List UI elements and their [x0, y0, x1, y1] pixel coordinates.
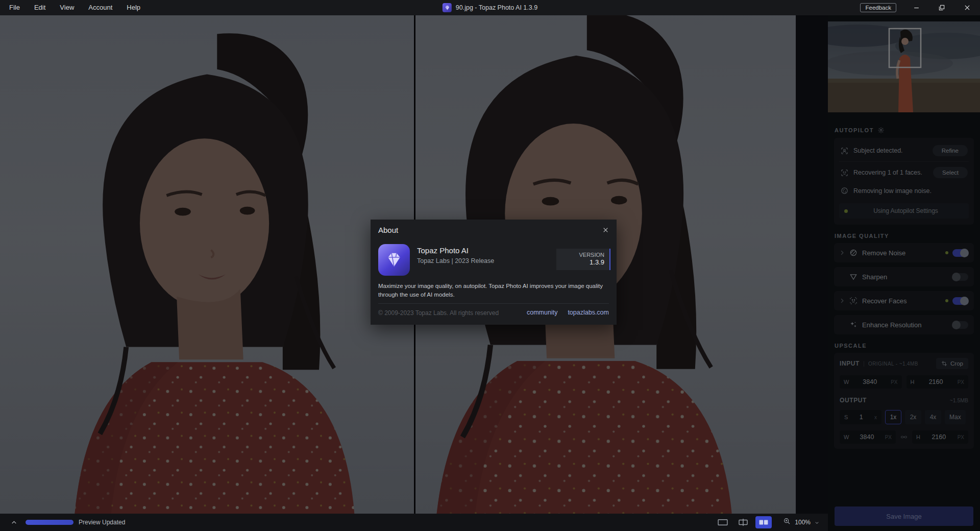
enhance-resolution-label: Enhance Resolution — [862, 321, 921, 329]
input-header-row: INPUT ORIGINAL - ~1.4MB Crop — [840, 358, 968, 369]
topazlabs-link[interactable]: topazlabs.com — [568, 309, 609, 316]
zoom-controls: 100% — [783, 517, 820, 527]
select-faces-button[interactable]: Select — [933, 167, 968, 178]
menu-help[interactable]: Help — [119, 0, 148, 15]
zoom-dropdown-icon[interactable] — [814, 520, 820, 525]
feedback-button[interactable]: Feedback — [860, 3, 896, 12]
about-dialog: About Topaz Photo AI Topaz Labs | 2023 R… — [371, 220, 617, 325]
output-width-unit: PX — [885, 435, 892, 440]
input-dimensions-row: W 3840 PX H 2160 PX — [840, 375, 968, 389]
filter-enhance-resolution[interactable]: Enhance Resolution — [834, 315, 974, 334]
dialog-divider — [378, 303, 609, 304]
app-subtitle: Topaz Labs | 2023 Release — [417, 257, 494, 264]
scale-options-row: S 1 x 1x 2x 4x Max — [840, 410, 968, 424]
enhance-resolution-icon — [849, 320, 858, 329]
menu-edit[interactable]: Edit — [27, 0, 53, 15]
output-height-field[interactable]: H 2160 PX — [912, 430, 968, 444]
scale-4x-button[interactable]: 4x — [925, 410, 941, 424]
navigation-thumbnail[interactable] — [828, 21, 980, 112]
chevron-right-icon[interactable] — [840, 250, 845, 255]
close-button[interactable] — [954, 0, 980, 15]
upscale-header-label: UPSCALE — [835, 343, 867, 349]
autopilot-header-label: AUTOPILOT — [835, 127, 874, 133]
collapse-panel-button[interactable] — [8, 517, 19, 527]
version-value: 1.3.9 — [556, 258, 604, 266]
dialog-close-icon[interactable] — [600, 224, 611, 235]
scale-max-button[interactable]: Max — [945, 410, 966, 424]
save-image-button[interactable]: Save Image — [835, 506, 973, 526]
chevron-right-icon[interactable] — [840, 298, 845, 303]
preview-status-text: Preview Updated — [79, 519, 125, 526]
app-description: Maximize your image quality, on autopilo… — [378, 282, 607, 299]
remove-noise-active-dot — [945, 251, 948, 254]
input-width-field[interactable]: W 3840 PX — [840, 375, 902, 389]
topaz-logo — [378, 244, 410, 276]
dialog-links: community topazlabs.com — [527, 309, 609, 316]
autopilot-row-faces: Recovering 1 of 1 faces. Select — [839, 163, 969, 182]
autopilot-row-subject: Subject detected. Refine — [839, 141, 969, 160]
sharpen-toggle[interactable] — [952, 273, 968, 281]
output-dimensions-row: W 3840 PX H 2160 PX — [840, 430, 968, 444]
custom-scale-field[interactable]: S 1 x — [840, 410, 881, 424]
recover-faces-toggle[interactable] — [952, 297, 968, 305]
remove-noise-label: Remove Noise — [862, 249, 905, 257]
custom-scale-suffix: x — [874, 415, 877, 420]
recover-faces-label: Recover Faces — [862, 297, 906, 305]
minimize-button[interactable] — [903, 0, 929, 15]
crop-icon — [941, 360, 947, 367]
input-meta: ORIGINAL - ~1.4MB — [864, 361, 918, 367]
autopilot-settings-gear-icon[interactable] — [877, 127, 885, 134]
sidebar: AUTOPILOT Subject detected. Refine — [828, 15, 980, 531]
output-height-value: 2160 — [920, 433, 958, 441]
zoom-level[interactable]: 100% — [795, 519, 811, 526]
single-view-button[interactable] — [715, 516, 731, 528]
filter-sharpen[interactable]: Sharpen — [834, 267, 974, 286]
output-height-unit: PX — [958, 435, 964, 440]
input-width-label: W — [844, 379, 849, 385]
input-height-field[interactable]: H 2160 PX — [906, 375, 969, 389]
zoom-in-icon[interactable] — [783, 517, 791, 527]
recover-faces-icon — [849, 296, 858, 305]
input-height-label: H — [911, 379, 915, 385]
app-logo-icon — [443, 3, 452, 12]
subject-detected-label: Subject detected. — [853, 147, 903, 154]
scale-1x-button[interactable]: 1x — [885, 410, 901, 424]
face-recovery-icon — [840, 168, 849, 177]
link-dimensions-icon[interactable] — [900, 433, 908, 441]
menu-file[interactable]: File — [2, 0, 27, 15]
crop-button[interactable]: Crop — [936, 358, 968, 369]
output-width-field[interactable]: W 3840 PX — [840, 430, 896, 444]
filter-remove-noise[interactable]: Remove Noise — [834, 243, 974, 262]
image-quality-header: IMAGE QUALITY — [835, 233, 973, 239]
scale-2x-button[interactable]: 2x — [905, 410, 921, 424]
menubar: File Edit View Account Help — [0, 0, 148, 15]
copyright-text: © 2009-2023 Topaz Labs. All rights reser… — [378, 309, 499, 317]
refine-button[interactable]: Refine — [933, 145, 968, 156]
autopilot-status-button[interactable]: Using Autopilot Settings — [839, 203, 969, 219]
restore-button[interactable] — [929, 0, 954, 15]
output-meta: ~1.5MB — [950, 397, 968, 403]
upscale-panel: INPUT ORIGINAL - ~1.4MB Crop W 3840 PX H — [834, 353, 974, 449]
autopilot-header: AUTOPILOT — [835, 127, 973, 134]
removing-noise-label: Removing low image noise. — [853, 187, 932, 195]
output-height-label: H — [916, 434, 920, 440]
sidebar-sections: AUTOPILOT Subject detected. Refine — [828, 118, 980, 449]
filter-recover-faces[interactable]: Recover Faces — [834, 291, 974, 310]
upscale-header: UPSCALE — [835, 343, 973, 349]
side-by-side-view-button[interactable] — [755, 516, 772, 528]
menu-view[interactable]: View — [53, 0, 81, 15]
recovering-faces-label: Recovering 1 of 1 faces. — [853, 169, 922, 176]
output-width-label: W — [844, 434, 849, 440]
enhance-resolution-toggle[interactable] — [952, 321, 968, 329]
community-link[interactable]: community — [527, 309, 557, 316]
split-view-button[interactable] — [735, 516, 751, 528]
output-width-value: 3840 — [849, 433, 885, 441]
input-label: INPUT — [840, 360, 860, 367]
custom-scale-prefix: S — [844, 414, 848, 420]
remove-noise-toggle[interactable] — [952, 249, 968, 257]
autopilot-divider — [839, 161, 969, 162]
remove-noise-icon — [849, 248, 858, 257]
output-label: OUTPUT — [840, 397, 867, 404]
menu-account[interactable]: Account — [81, 0, 119, 15]
noise-removal-icon — [840, 186, 849, 195]
